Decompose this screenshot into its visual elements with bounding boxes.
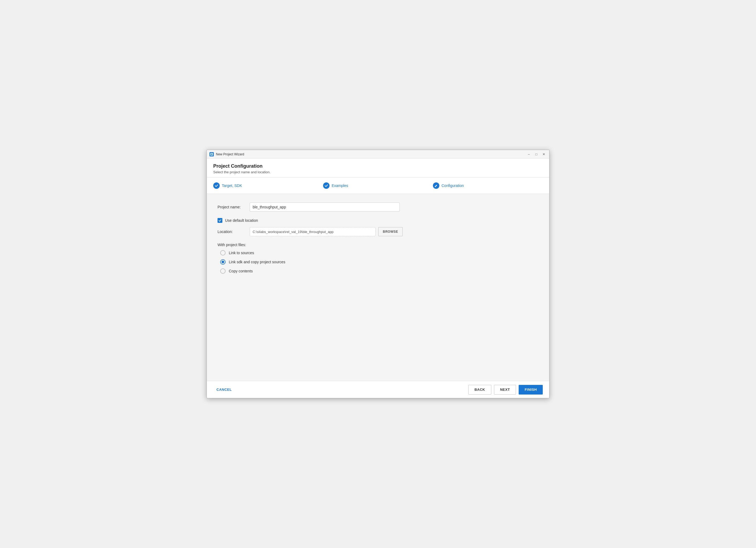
cancel-button[interactable]: CANCEL xyxy=(213,385,235,394)
finish-button[interactable]: FINISH xyxy=(519,385,543,395)
footer-right: BACK NEXT FINISH xyxy=(468,385,543,395)
window-controls: – □ ✕ xyxy=(526,152,547,157)
radio-link-sdk-copy-label: Link sdk and copy project sources xyxy=(229,260,285,264)
radio-group: Link to sources Link sdk and copy projec… xyxy=(218,250,538,274)
page-subtitle: Select the project name and location. xyxy=(213,170,543,174)
step-configuration: Configuration xyxy=(433,182,543,189)
page-header: Project Configuration Select the project… xyxy=(207,159,549,178)
wizard-window: New Project Wizard – □ ✕ Project Configu… xyxy=(207,150,549,398)
radio-copy-contents-button[interactable] xyxy=(220,268,226,274)
app-icon xyxy=(209,152,214,156)
use-default-location-label: Use default location xyxy=(225,218,258,223)
project-files-label: With project files: xyxy=(218,243,538,247)
radio-link-sdk-copy-button[interactable] xyxy=(220,259,226,265)
location-label: Location: xyxy=(218,230,250,234)
step-target-sdk-label: Target, SDK xyxy=(222,183,242,188)
project-name-row: Project name: xyxy=(218,202,538,212)
radio-copy-contents[interactable]: Copy contents xyxy=(220,268,538,274)
step-configuration-icon xyxy=(433,182,439,189)
location-row: Location: BROWSE xyxy=(218,227,538,236)
next-button[interactable]: NEXT xyxy=(494,385,516,395)
step-examples-icon xyxy=(323,182,330,189)
step-target-sdk: Target, SDK xyxy=(213,182,323,189)
use-default-location-row[interactable]: Use default location xyxy=(218,218,538,223)
location-input[interactable] xyxy=(250,227,376,236)
steps-bar: Target, SDK Examples Configuration xyxy=(207,178,549,194)
minimize-button[interactable]: – xyxy=(526,152,532,157)
project-name-input[interactable] xyxy=(250,202,400,212)
radio-link-sdk-copy[interactable]: Link sdk and copy project sources xyxy=(220,259,538,265)
restore-button[interactable]: □ xyxy=(534,152,539,157)
title-bar: New Project Wizard – □ ✕ xyxy=(207,150,549,159)
radio-copy-contents-label: Copy contents xyxy=(229,269,253,273)
footer: CANCEL BACK NEXT FINISH xyxy=(207,381,549,398)
radio-link-to-sources-label: Link to sources xyxy=(229,251,254,255)
radio-link-to-sources-button[interactable] xyxy=(220,250,226,256)
project-name-label: Project name: xyxy=(218,205,250,209)
page-title: Project Configuration xyxy=(213,163,543,169)
step-configuration-label: Configuration xyxy=(441,183,464,188)
step-examples-label: Examples xyxy=(332,183,348,188)
radio-link-to-sources[interactable]: Link to sources xyxy=(220,250,538,256)
use-default-location-checkbox[interactable] xyxy=(218,218,222,223)
close-button[interactable]: ✕ xyxy=(541,152,547,157)
main-content: Project name: Use default location Locat… xyxy=(207,194,549,381)
window-title: New Project Wizard xyxy=(216,152,526,156)
back-button[interactable]: BACK xyxy=(468,385,491,395)
radio-link-sdk-copy-inner xyxy=(222,261,224,263)
step-target-sdk-icon xyxy=(213,182,220,189)
browse-button[interactable]: BROWSE xyxy=(378,227,403,236)
step-examples: Examples xyxy=(323,182,433,189)
